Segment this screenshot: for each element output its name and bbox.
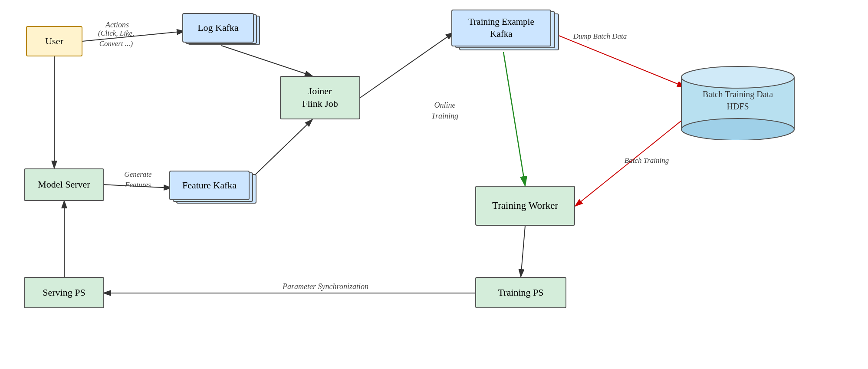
generate-features-label: GenerateFeatures <box>108 169 168 190</box>
training-example-kafka-stack: Training ExampleKafka <box>451 10 562 53</box>
svg-line-6 <box>360 33 454 98</box>
feature-kafka-stack: Feature Kafka <box>169 171 258 205</box>
joiner-flink-box: JoinerFlink Job <box>280 76 360 119</box>
serving-ps-label: Serving PS <box>43 287 85 299</box>
log-kafka-stack: Log Kafka <box>182 13 263 48</box>
diagram-container: User Log Kafka JoinerFlink Job Feature K… <box>0 0 868 369</box>
batch-training-label: Batch Training <box>616 155 677 166</box>
serving-ps-box: Serving PS <box>24 277 104 308</box>
dump-batch-data-label: Dump Batch Data <box>566 31 634 42</box>
param-sync-label: Parameter Synchronization <box>234 281 417 292</box>
training-worker-label: Training Worker <box>492 199 558 212</box>
svg-point-17 <box>681 119 794 140</box>
svg-line-9 <box>503 52 525 186</box>
model-server-label: Model Server <box>38 178 90 191</box>
log-kafka-label: Log Kafka <box>197 22 239 34</box>
click-like-label: (Click, Like,Convert ...) <box>85 28 148 49</box>
training-worker-box: Training Worker <box>475 186 575 226</box>
training-ps-box: Training PS <box>475 277 566 308</box>
model-server-box: Model Server <box>24 168 104 201</box>
training-ps-label: Training PS <box>498 287 544 299</box>
svg-line-7 <box>250 119 312 180</box>
user-label: User <box>45 35 63 48</box>
user-box: User <box>26 26 82 56</box>
batch-hdfs-label: Batch Training DataHDFS <box>703 89 773 111</box>
training-example-kafka-label: Training ExampleKafka <box>468 16 534 40</box>
svg-point-18 <box>681 66 794 88</box>
online-training-label: OnlineTraining <box>417 100 473 122</box>
svg-line-12 <box>521 226 525 277</box>
joiner-flink-label: JoinerFlink Job <box>302 85 338 110</box>
feature-kafka-label: Feature Kafka <box>182 179 237 192</box>
batch-hdfs-cylinder: Batch Training DataHDFS <box>679 64 796 140</box>
svg-line-5 <box>221 46 312 76</box>
